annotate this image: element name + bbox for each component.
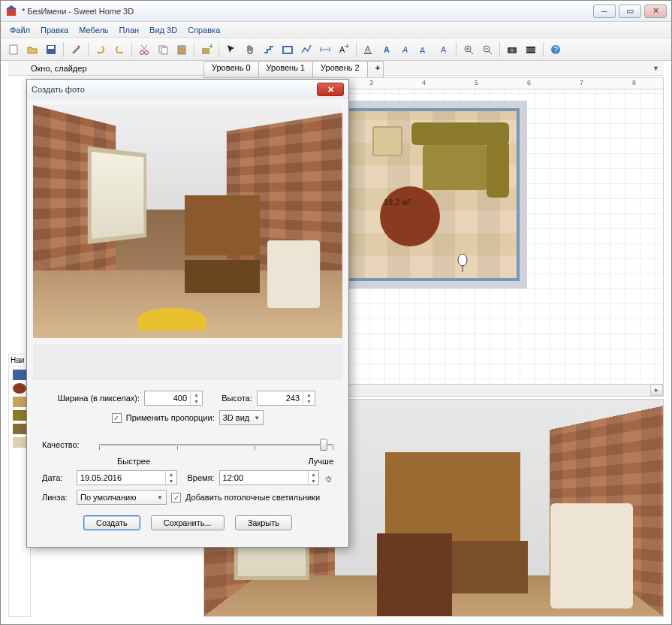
preferences-icon[interactable]	[68, 41, 84, 58]
menu-edit[interactable]: Правка	[36, 24, 73, 36]
maximize-button[interactable]: ▭	[619, 5, 641, 18]
main-titlebar: * БезИмени - Sweet Home 3D ─ ▭ ✕	[1, 1, 671, 22]
menu-furniture[interactable]: Мебель	[74, 24, 113, 36]
menu-plan[interactable]: План	[115, 24, 144, 36]
sun-icon[interactable]: ☼	[324, 472, 333, 484]
help-icon[interactable]: ?	[547, 41, 564, 58]
svg-rect-4	[48, 46, 54, 49]
zoom-out-icon[interactable]	[479, 41, 496, 58]
lens-combo[interactable]: По умолчанию ▼	[77, 490, 167, 505]
add-furniture-icon[interactable]: +	[198, 41, 215, 58]
create-walls-icon[interactable]	[261, 41, 277, 58]
select-icon[interactable]	[223, 41, 240, 58]
create-dimension-icon[interactable]	[317, 41, 333, 58]
svg-point-5	[140, 50, 144, 54]
list-item[interactable]	[13, 437, 26, 448]
height-label: Высота:	[207, 394, 252, 403]
create-button[interactable]: Создать	[83, 515, 140, 530]
create-room-icon[interactable]	[279, 41, 296, 58]
cut-icon[interactable]	[136, 41, 152, 58]
copy-icon[interactable]	[155, 41, 171, 58]
quality-slider[interactable]	[99, 437, 333, 452]
time-label: Время:	[182, 473, 215, 482]
open-icon[interactable]	[24, 41, 41, 58]
svg-text:?: ?	[553, 45, 558, 54]
list-item[interactable]	[13, 397, 26, 407]
text-italic-icon[interactable]: A	[398, 41, 414, 58]
list-item[interactable]	[13, 370, 26, 380]
tab-level2[interactable]: Уровень 2	[312, 61, 368, 77]
list-item[interactable]	[13, 410, 26, 421]
photo-preview	[33, 105, 342, 338]
new-icon[interactable]	[5, 41, 22, 58]
decrease-text-icon[interactable]: A	[435, 41, 452, 58]
menu-help[interactable]: Справка	[183, 24, 225, 36]
quality-faster-label: Быстрее	[117, 457, 150, 466]
svg-rect-8	[161, 47, 167, 54]
dialog-title: Создать фото	[32, 85, 317, 94]
ratio-combo[interactable]: 3D вид ▼	[219, 410, 264, 425]
chevron-down-icon: ▼	[652, 65, 659, 72]
create-polyline-icon[interactable]	[298, 41, 315, 58]
redo-icon[interactable]	[111, 41, 128, 58]
height-input[interactable]	[258, 391, 303, 405]
svg-point-25	[511, 48, 514, 52]
apply-ratio-checkbox[interactable]: ✓	[112, 413, 122, 423]
save-button[interactable]: Сохранить...	[151, 515, 225, 530]
svg-rect-17	[364, 53, 372, 54]
dialog-titlebar[interactable]: Создать фото ✕	[27, 80, 348, 99]
quality-label: Качество:	[42, 440, 95, 449]
height-spinner[interactable]: ▲▼	[257, 391, 315, 406]
create-text-icon[interactable]: A+	[336, 41, 352, 58]
close-dialog-button[interactable]: Закрыть	[235, 515, 292, 530]
save-icon[interactable]	[43, 41, 59, 58]
width-label: Ширина (в пикселах):	[42, 394, 140, 403]
paste-icon[interactable]	[173, 41, 190, 58]
chair-3d	[377, 533, 452, 616]
chevron-down-icon: ▼	[157, 494, 163, 501]
tab-level0[interactable]: Уровень 0	[203, 61, 259, 77]
list-item[interactable]	[13, 424, 26, 434]
date-input[interactable]	[77, 471, 165, 485]
dialog-close-button[interactable]: ✕	[317, 83, 344, 96]
text-bold-icon[interactable]: A	[379, 41, 396, 58]
camera-indicator-icon[interactable]	[455, 254, 470, 273]
photo-icon[interactable]	[504, 41, 520, 58]
minimize-button[interactable]: ─	[593, 5, 616, 18]
armchair-3d	[550, 503, 633, 608]
width-spinner[interactable]: ▲▼	[144, 391, 203, 406]
create-photo-dialog: Создать фото ✕ Ширина (в пикселах): ▲▼ В…	[26, 79, 349, 548]
svg-text:A: A	[441, 45, 447, 54]
undo-icon[interactable]	[92, 41, 109, 58]
tab-level1[interactable]: Уровень 1	[258, 61, 314, 77]
increase-text-icon[interactable]: A	[417, 41, 433, 58]
window-title: * БезИмени - Sweet Home 3D	[22, 7, 593, 16]
svg-rect-13	[283, 47, 292, 53]
date-label: Дата:	[42, 473, 72, 482]
list-item[interactable]	[13, 383, 26, 394]
svg-text:+: +	[209, 44, 212, 50]
level-tabs: Уровень 0 Уровень 1 Уровень 2 +	[203, 61, 383, 77]
lens-label: Линза:	[42, 493, 72, 502]
svg-text:A: A	[384, 45, 390, 54]
time-input[interactable]	[220, 471, 308, 485]
video-icon[interactable]	[523, 41, 539, 58]
menu-file[interactable]: Файл	[5, 24, 35, 36]
tab-add-level[interactable]: +	[367, 61, 384, 77]
svg-rect-2	[10, 45, 17, 54]
date-spinner[interactable]: ▲▼	[77, 470, 177, 485]
furniture-sofa[interactable]	[411, 122, 509, 198]
quality-better-label: Лучше	[308, 457, 333, 466]
width-input[interactable]	[145, 391, 190, 405]
menu-view3d[interactable]: Вид 3D	[145, 24, 182, 36]
svg-rect-27	[526, 47, 535, 48]
close-button[interactable]: ✕	[644, 5, 667, 18]
ceiling-lights-checkbox[interactable]: ✓	[171, 493, 181, 503]
pan-icon[interactable]	[242, 41, 258, 58]
time-spinner[interactable]: ▲▼	[219, 470, 320, 485]
svg-rect-10	[179, 45, 184, 47]
furniture-chair[interactable]	[372, 126, 402, 156]
svg-text:+: +	[345, 44, 349, 50]
text-color-icon[interactable]: A	[360, 41, 377, 58]
zoom-in-icon[interactable]	[460, 41, 477, 58]
